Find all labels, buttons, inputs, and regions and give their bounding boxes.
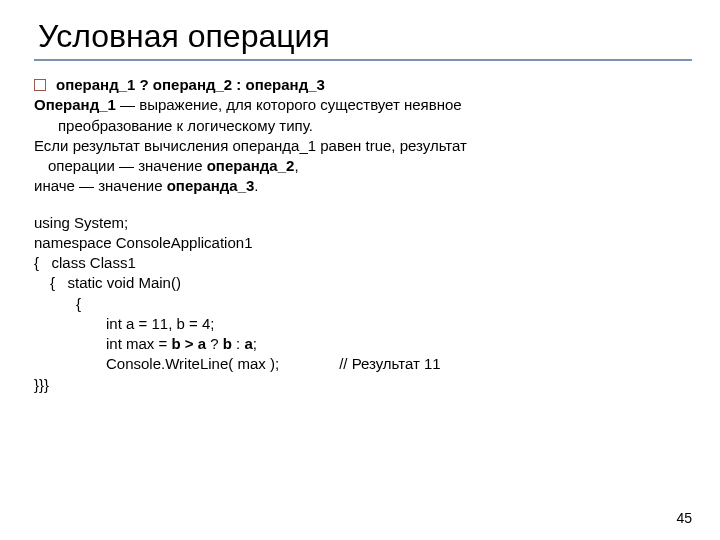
question-mark: ? bbox=[135, 76, 153, 93]
c8a: Console.WriteLine( max ); bbox=[106, 355, 279, 372]
code-l1: using System; bbox=[34, 213, 692, 233]
operand-3: операнд_3 bbox=[246, 76, 325, 93]
c7a: int max = bbox=[106, 335, 171, 352]
c7d: b bbox=[223, 335, 232, 352]
c7e: : bbox=[232, 335, 245, 352]
desc-op1: Операнд_1 bbox=[34, 96, 116, 113]
operand-1: операнд_1 bbox=[56, 76, 135, 93]
code-l2: namespace ConsoleApplication1 bbox=[34, 233, 692, 253]
code-l4a: { bbox=[50, 274, 55, 291]
title-underline bbox=[34, 59, 692, 61]
desc-4c: , bbox=[294, 157, 298, 174]
slide-title: Условная операция bbox=[28, 18, 692, 55]
code-l4b: static void Main() bbox=[68, 274, 181, 291]
code-l8: Console.WriteLine( max );// Результат 11 bbox=[34, 354, 692, 374]
desc-line-5: иначе — значение операнда_3. bbox=[34, 176, 692, 196]
desc-5b: операнда_3 bbox=[167, 177, 255, 194]
c7c: ? bbox=[206, 335, 223, 352]
page-number: 45 bbox=[676, 510, 692, 526]
desc-5a: иначе — значение bbox=[34, 177, 167, 194]
code-l5: { bbox=[34, 294, 692, 314]
c7b: b > a bbox=[171, 335, 206, 352]
operand-2: операнд_2 bbox=[153, 76, 232, 93]
code-l3: { class Class1 bbox=[34, 253, 692, 273]
desc-4a: операции — значение bbox=[48, 157, 207, 174]
desc-1b: — выражение, для которого существует нея… bbox=[116, 96, 462, 113]
c7f: a bbox=[244, 335, 252, 352]
code-l7: int max = b > a ? b : a; bbox=[34, 334, 692, 354]
code-l6: int a = 11, b = 4; bbox=[34, 314, 692, 334]
content-area: операнд_1 ? операнд_2 : операнд_3 Операн… bbox=[28, 75, 692, 395]
syntax-text: операнд_1 ? операнд_2 : операнд_3 bbox=[56, 75, 325, 95]
code-l3b: class Class1 bbox=[52, 254, 136, 271]
code-l3a: { bbox=[34, 254, 39, 271]
desc-line-3: Если результат вычисления операнда_1 рав… bbox=[34, 136, 692, 156]
code-l4: { static void Main() bbox=[34, 273, 692, 293]
square-bullet-icon bbox=[34, 79, 46, 91]
slide: Условная операция операнд_1 ? операнд_2 … bbox=[0, 0, 720, 540]
colon-sep: : bbox=[232, 76, 245, 93]
desc-line-1: Операнд_1 — выражение, для которого суще… bbox=[34, 95, 692, 115]
c8b: // Результат 11 bbox=[339, 355, 441, 372]
code-l9: }}} bbox=[34, 375, 692, 395]
syntax-line: операнд_1 ? операнд_2 : операнд_3 bbox=[34, 75, 692, 95]
c7g: ; bbox=[253, 335, 257, 352]
code-block: using System; namespace ConsoleApplicati… bbox=[34, 213, 692, 395]
desc-4b: операнда_2 bbox=[207, 157, 295, 174]
desc-line-4: операции — значение операнда_2, bbox=[34, 156, 692, 176]
desc-line-2: преобразование к логическому типу. bbox=[58, 116, 692, 136]
desc-5c: . bbox=[254, 177, 258, 194]
